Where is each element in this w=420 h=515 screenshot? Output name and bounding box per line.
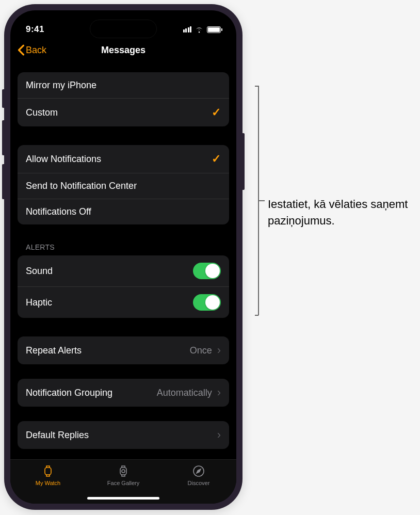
row-label: Repeat Alerts [26,345,82,356]
volume-down-button [2,164,4,199]
wifi-icon [195,26,204,33]
row-repeat-alerts[interactable]: Repeat Alerts Once › [18,336,229,364]
row-label: Notification Grouping [26,388,112,398]
row-value: Automatically [157,388,212,398]
home-indicator[interactable] [87,497,159,500]
navigation-bar: Back Messages [10,39,236,64]
tab-label: Discover [188,480,210,486]
watch-face-icon [116,464,131,478]
status-indicators [183,26,221,33]
haptic-toggle[interactable] [193,294,221,311]
row-value: Once [190,345,212,356]
row-haptic: Haptic [18,286,229,318]
row-label: Allow Notifications [26,154,101,165]
alerts-header: ALERTS [18,243,229,255]
iphone-frame: 9:41 Back Messages Mirror my iPhone Cust… [4,4,243,510]
replies-group: Default Replies › [18,421,229,449]
status-time: 9:41 [26,24,44,35]
tab-label: Face Gallery [107,480,139,486]
repeat-group: Repeat Alerts Once › [18,336,229,364]
row-send-notification-center[interactable]: Send to Notification Center [18,173,229,199]
row-custom[interactable]: Custom ✓ [18,98,229,126]
svg-point-2 [122,470,125,473]
alerts-group: Sound Haptic [18,255,229,318]
back-button[interactable]: Back [18,44,46,56]
callout-tick [255,315,259,316]
watch-icon [41,464,55,478]
row-mirror-iphone[interactable]: Mirror my iPhone [18,72,229,98]
row-label: Custom [26,107,58,118]
back-label: Back [26,45,46,56]
chevron-right-icon: › [217,428,221,442]
row-sound: Sound [18,255,229,286]
cellular-icon [183,26,192,33]
row-label: Sound [26,266,53,277]
row-label: Default Replies [26,430,89,441]
row-label: Mirror my iPhone [26,80,96,91]
dynamic-island [90,20,157,38]
callout-tick [255,86,259,87]
chevron-right-icon: › [217,386,221,399]
row-notifications-off[interactable]: Notifications Off [18,199,229,224]
chevron-left-icon [18,44,25,56]
volume-up-button [2,120,4,155]
callout-text: Iestatiet, kā vēlaties saņemt paziņojumu… [268,196,420,229]
callout-connector [258,200,265,201]
compass-icon [191,464,206,478]
settings-content[interactable]: Mirror my iPhone Custom ✓ Allow Notifica… [10,64,236,459]
allow-notifications-group: Allow Notifications ✓ Send to Notificati… [18,145,229,224]
grouping-group: Notification Grouping Automatically › [18,379,229,407]
notification-source-group: Mirror my iPhone Custom ✓ [18,72,229,126]
row-label: Send to Notification Center [26,181,137,191]
svg-rect-1 [120,468,126,475]
checkmark-icon: ✓ [212,152,221,166]
tab-my-watch[interactable]: My Watch [10,464,86,504]
side-button [243,133,245,190]
row-label: Haptic [26,297,52,308]
battery-icon [207,26,221,33]
row-notification-grouping[interactable]: Notification Grouping Automatically › [18,379,229,407]
checkmark-icon: ✓ [212,106,221,119]
screen: 9:41 Back Messages Mirror my iPhone Cust… [10,10,236,504]
row-allow-notifications[interactable]: Allow Notifications ✓ [18,145,229,173]
row-label: Notifications Off [26,206,91,217]
chevron-right-icon: › [217,344,221,357]
page-title: Messages [101,45,146,56]
svg-rect-0 [45,468,51,475]
sound-toggle[interactable] [193,263,221,279]
row-default-replies[interactable]: Default Replies › [18,421,229,449]
silent-switch [2,89,4,108]
tab-label: My Watch [36,480,61,486]
tab-discover[interactable]: Discover [161,464,236,504]
